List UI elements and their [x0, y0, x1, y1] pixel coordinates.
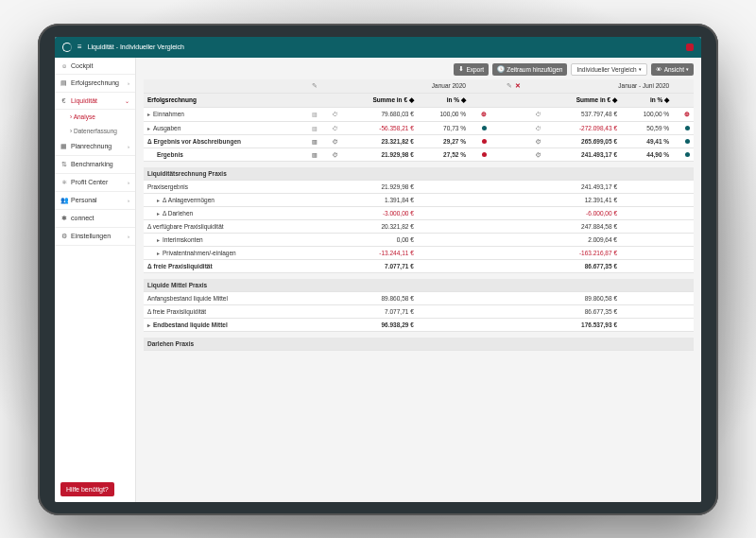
chart-icon[interactable]: ▥	[312, 152, 318, 158]
sidebar-item-profit-center[interactable]: ⚛Profit Center›	[55, 174, 135, 192]
status-dot	[482, 126, 487, 130]
gauge-icon[interactable]: ⏱	[333, 152, 338, 158]
topbar: ≡ Liquidität - Individueller Vergleich	[55, 37, 701, 58]
col-sum2[interactable]: Summe in € ◆	[545, 93, 621, 107]
chevron-right-icon: ›	[128, 234, 129, 239]
gauge-icon[interactable]: ⏱	[536, 112, 541, 117]
gauge-icon[interactable]: ⏱	[333, 139, 338, 145]
caret-down-icon: ▾	[686, 66, 689, 72]
sidebar-item-liquiditaet[interactable]: €Liquidität⌄	[55, 93, 135, 110]
status-dot	[685, 139, 690, 144]
row-anlage[interactable]: Anlagevermögen 1.391,84 € 12.391,41 €	[144, 193, 694, 206]
status-dot	[482, 152, 487, 157]
status-dot	[482, 139, 487, 144]
row-ergebnis-vor-abs[interactable]: Ergebnis vor Abschreibungen ▥ ⏱ 23.321,8…	[144, 134, 694, 148]
edit-icon[interactable]: ✎	[507, 82, 512, 89]
sidebar-item-cockpit[interactable]: ⌾Cockpit	[55, 58, 135, 75]
gauge-icon[interactable]: ⏱	[536, 152, 541, 158]
sidebar-item-planrechnung[interactable]: ▦Planrechnung›	[55, 138, 135, 156]
gauge-icon[interactable]: ⏱	[536, 139, 541, 145]
period-2-label: Januar - Juni 2020	[545, 79, 673, 94]
toolbar: ⬇ Export 🕓 Zeitraum hinzufügen Individue…	[144, 63, 694, 76]
chevron-right-icon: ›	[128, 198, 129, 203]
add-period-button[interactable]: 🕓 Zeitraum hinzufügen	[492, 63, 567, 76]
remove-period-icon[interactable]: ✕	[515, 82, 521, 89]
sidebar-item-personal[interactable]: 👥Personal›	[55, 192, 135, 210]
gauge-icon[interactable]: ⏱	[536, 126, 541, 131]
logo-icon	[62, 43, 72, 52]
view-button[interactable]: 👁 Ansicht ▾	[651, 63, 694, 76]
gauge-icon[interactable]: ⏱	[333, 112, 338, 117]
plus-icon[interactable]: ⊕	[684, 111, 690, 117]
period-1-label: Januar 2020	[342, 79, 470, 94]
sidebar-item-benchmarking[interactable]: ⇅Benchmarking	[55, 156, 135, 174]
row-interim[interactable]: Interimskonten 0,00 € 2.009,64 €	[144, 233, 694, 246]
row-anf-bestand: Anfangsbestand liquide Mittel 89.860,58 …	[144, 291, 694, 304]
row-ergebnis[interactable]: Ergebnis ▥ ⏱ 21.929,98 €27,52 % ⏱ 241.49…	[144, 148, 694, 161]
chart-icon[interactable]: ▥	[312, 112, 318, 117]
plus-icon[interactable]: ⊕	[481, 111, 487, 117]
edit-icon[interactable]: ✎	[312, 82, 318, 89]
sidebar-sub-analyse[interactable]: › Analyse	[55, 110, 135, 124]
export-button[interactable]: ⬇ Export	[454, 63, 489, 76]
row-ausgaben[interactable]: Ausgaben ▥ ⏱ -56.358,21 €70,73 % ⏱ -272.…	[144, 121, 694, 134]
comparison-select[interactable]: Individueller Vergleich ▾	[571, 63, 646, 76]
row-einnahmen[interactable]: Einnahmen ▥ ⏱ 79.680,03 €100,00 % ⊕ ⏱ 53…	[144, 107, 694, 121]
section-liq-praxis: Liquiditätsrechnung Praxis	[144, 167, 694, 181]
chevron-down-icon: ⌄	[125, 97, 129, 104]
caret-down-icon: ▾	[639, 66, 642, 72]
status-dot	[685, 126, 690, 130]
sidebar: ⌾Cockpit ▤Erfolgsrechnung› €Liquidität⌄ …	[55, 58, 136, 502]
status-dot	[685, 152, 690, 157]
alert-icon[interactable]	[686, 43, 694, 51]
menu-icon[interactable]: ≡	[77, 43, 82, 51]
row-praxisergebnis: Praxisergebnis 21.929,98 € 241.493,17 €	[144, 180, 694, 193]
col-pct2[interactable]: in % ◆	[621, 93, 673, 107]
section-darlehen: Darlehen Praxis	[144, 338, 694, 351]
chevron-right-icon: ›	[128, 180, 129, 185]
row-freie-liq: freie Praxisliquidität 7.077,71 € 86.677…	[144, 259, 694, 272]
content-area: ⬇ Export 🕓 Zeitraum hinzufügen Individue…	[136, 58, 701, 502]
col-main[interactable]: Erfolgsrechnung	[144, 93, 301, 107]
row-privat[interactable]: Privatentnahmen/-einlagen -13.244,11 € -…	[144, 246, 694, 259]
row-end-bestand[interactable]: Endbestand liquide Mittel 96.938,29 € 17…	[144, 318, 694, 331]
page-title: Liquidität - Individueller Vergleich	[88, 43, 184, 50]
row-freie-liq2: freie Praxisliquidität 7.077,71 € 86.677…	[144, 304, 694, 318]
chart-icon[interactable]: ▥	[312, 126, 318, 131]
sidebar-item-erfolgsrechnung[interactable]: ▤Erfolgsrechnung›	[55, 75, 135, 93]
row-verf-liq: verfügbare Praxisliquidität 20.321,82 € …	[144, 219, 694, 233]
section-liq-mittel: Liquide Mittel Praxis	[144, 279, 694, 292]
app-screen: ≡ Liquidität - Individueller Vergleich ⌾…	[55, 37, 701, 502]
gauge-icon[interactable]: ⏱	[333, 126, 338, 131]
col-pct1[interactable]: in % ◆	[418, 93, 470, 107]
row-darlehen[interactable]: Darlehen -3.000,00 € -6.000,00 €	[144, 206, 694, 219]
sidebar-sub-datenerfassung[interactable]: › Datenerfassung	[55, 124, 135, 138]
chevron-right-icon: ›	[128, 80, 129, 86]
col-sum1[interactable]: Summe in € ◆	[342, 93, 418, 107]
chevron-right-icon: ›	[128, 144, 129, 149]
help-button[interactable]: Hilfe benötigt?	[60, 482, 114, 496]
chart-icon[interactable]: ▥	[312, 139, 318, 145]
sidebar-item-connect[interactable]: ✱connect	[55, 210, 135, 228]
data-table: ✎ Januar 2020 ✎ ✕ Januar - Juni 2020 Erf…	[144, 79, 694, 351]
tablet-frame: ≡ Liquidität - Individueller Vergleich ⌾…	[38, 24, 718, 515]
sidebar-item-einstellungen[interactable]: ⚙Einstellungen›	[55, 228, 135, 246]
